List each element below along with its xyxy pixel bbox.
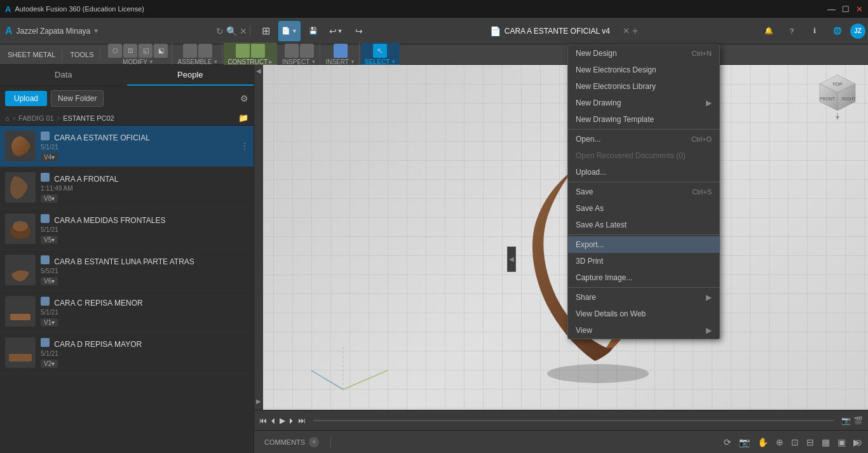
maximize-button[interactable]: ☐: [842, 4, 850, 14]
notification-button[interactable]: 🔔: [759, 21, 779, 41]
user-dropdown-icon[interactable]: ▼: [93, 27, 99, 34]
comments-section[interactable]: COMMENTS +: [259, 435, 324, 450]
search-button[interactable]: 🔍: [226, 26, 237, 36]
menu-new-drawing[interactable]: New Drawing ▶: [568, 95, 719, 111]
menu-open[interactable]: Open... Ctrl+O: [568, 131, 719, 147]
save-button[interactable]: 💾: [303, 21, 323, 41]
menu-new-electronics-library[interactable]: New Electronics Library: [568, 78, 719, 95]
construct-label[interactable]: CONSTRUCT: [227, 58, 268, 65]
file-item[interactable]: CARA A ESTANTE OFICIAL 5/1/21 V4▾ ⋮: [0, 126, 254, 167]
menu-save-as-latest[interactable]: Save As Latest: [568, 217, 719, 233]
tab-data[interactable]: Data: [0, 65, 127, 86]
file-item[interactable]: CARA D REPISA MAYOR 5/1/21 V2▾: [0, 332, 254, 374]
strip-arrow2[interactable]: ▶: [256, 398, 261, 405]
menu-share[interactable]: Share ▶: [568, 289, 719, 306]
viewport-canvas[interactable]: ◀ ◀ ▶: [254, 65, 868, 453]
assemble-label[interactable]: ASSEMBLE: [177, 58, 212, 65]
file-item[interactable]: CARA B ESTANTE LUNA PARTE ATRAS 5/5/21 V…: [0, 250, 254, 291]
select-icon[interactable]: ↖: [373, 44, 387, 58]
file-button[interactable]: 📄 ▼: [278, 21, 301, 41]
menu-export[interactable]: Export...: [568, 236, 719, 253]
breadcrumb-root[interactable]: FABDIG 01: [18, 114, 54, 122]
sheet-metal-menu[interactable]: SHEET METAL: [4, 49, 59, 60]
timeline-camera-icon[interactable]: 📷: [841, 416, 851, 425]
construct-icon2[interactable]: [251, 44, 265, 58]
assemble-icon2[interactable]: [198, 44, 212, 58]
inspect-icon1[interactable]: [285, 44, 299, 58]
apps-button[interactable]: ⊞: [255, 21, 276, 41]
doc-add-icon[interactable]: +: [632, 25, 638, 37]
modify-arrow[interactable]: ▼: [149, 59, 154, 65]
menu-save-as[interactable]: Save As: [568, 200, 719, 217]
tab-people[interactable]: People: [127, 65, 254, 86]
zoom-minus-button[interactable]: ⊟: [804, 436, 817, 449]
panel-close-button[interactable]: ✕: [240, 26, 247, 36]
cube-navigator[interactable]: TOP RIGHT FRONT: [812, 70, 863, 121]
camera-button[interactable]: 📷: [736, 436, 752, 449]
forward-button[interactable]: ⏭: [298, 416, 306, 425]
pan-button[interactable]: ✋: [755, 436, 771, 449]
assemble-arrow[interactable]: ▼: [213, 59, 218, 65]
avatar[interactable]: JZ: [850, 24, 865, 39]
panel-settings-icon[interactable]: ⚙: [240, 93, 248, 104]
menu-new-electronics-design[interactable]: New Electronics Design: [568, 62, 719, 78]
tools-menu[interactable]: TOOLS: [66, 49, 97, 60]
strip-arrow[interactable]: ◀: [256, 67, 261, 74]
assemble-icon1[interactable]: [183, 44, 197, 58]
menu-save[interactable]: Save Ctrl+S: [568, 184, 719, 200]
modify-icon1[interactable]: ⬡: [108, 44, 122, 58]
doc-close-icon[interactable]: ✕: [623, 26, 630, 36]
zoom-button[interactable]: ⊕: [773, 436, 786, 449]
file-item[interactable]: CARA C REPISA MENOR 5/1/21 V1▾: [0, 291, 254, 332]
menu-view[interactable]: View ▶: [568, 322, 719, 339]
inspect-icon2[interactable]: [300, 44, 314, 58]
upload-button[interactable]: Upload: [5, 91, 47, 106]
menu-view-details[interactable]: View Details on Web: [568, 306, 719, 322]
file-item[interactable]: CARA A FRONTAL 1:11:49 AM V8▾: [0, 167, 254, 208]
grid-button[interactable]: ▦: [819, 436, 832, 449]
select-label[interactable]: SELECT: [365, 58, 390, 65]
modify-icon4[interactable]: ⬕: [154, 44, 168, 58]
menu-new-drawing-template[interactable]: New Drawing Template: [568, 111, 719, 128]
new-folder-button[interactable]: New Folder: [51, 90, 104, 107]
info-button[interactable]: ℹ: [804, 21, 825, 41]
breadcrumb-folder-icon[interactable]: 📁: [238, 113, 248, 123]
insert-label[interactable]: INSERT: [325, 58, 349, 65]
menu-new-design[interactable]: New Design Ctrl+N: [568, 45, 719, 62]
file-more-icon[interactable]: ⋮: [241, 142, 248, 151]
timeline-slider[interactable]: [313, 420, 834, 421]
orbit-button[interactable]: ⟳: [721, 436, 734, 449]
fit-button[interactable]: ⊡: [789, 436, 801, 449]
redo-button[interactable]: ↪: [349, 21, 369, 41]
breadcrumb-home[interactable]: ⌂: [5, 114, 10, 122]
modify-icon2[interactable]: ⊡: [123, 44, 137, 58]
comments-add-icon[interactable]: +: [309, 437, 319, 447]
undo-button[interactable]: ↩ ▼: [326, 21, 346, 41]
menu-capture-image[interactable]: Capture Image...: [568, 269, 719, 286]
refresh-button[interactable]: ↻: [216, 26, 224, 36]
menu-upload[interactable]: Upload...: [568, 164, 719, 180]
close-button[interactable]: ✕: [856, 4, 863, 14]
inspect-label[interactable]: INSPECT: [282, 58, 309, 65]
timeline-anim-icon[interactable]: 🎬: [853, 416, 863, 425]
display-button[interactable]: ▣: [835, 436, 848, 449]
select-arrow[interactable]: ▼: [391, 59, 396, 65]
play-button[interactable]: ▶: [280, 416, 285, 425]
insert-icon1[interactable]: [334, 44, 348, 58]
help-button[interactable]: ?: [782, 21, 802, 41]
settings-corner[interactable]: ⚙: [855, 438, 863, 448]
globe-button[interactable]: 🌐: [827, 21, 848, 41]
construct-icon1[interactable]: [236, 44, 250, 58]
breadcrumb-current[interactable]: ESTANTE PC02: [63, 114, 114, 122]
modify-icon3[interactable]: ◱: [139, 44, 153, 58]
construct-arrow[interactable]: ▶: [269, 59, 273, 65]
next-button[interactable]: ⏵: [288, 416, 295, 425]
minimize-button[interactable]: —: [827, 4, 836, 14]
file-item[interactable]: CARA A MEDIDAS FRONTALES 5/1/21 V5▾: [0, 208, 254, 250]
modify-label[interactable]: MODIFY: [123, 58, 147, 65]
prev-button[interactable]: ⏴: [269, 416, 277, 425]
user-name[interactable]: Jazzel Zapata Minaya: [17, 27, 91, 36]
inspect-arrow[interactable]: ▼: [311, 59, 316, 65]
panel-collapse-button[interactable]: ◀: [507, 247, 516, 272]
insert-arrow[interactable]: ▼: [350, 59, 355, 65]
